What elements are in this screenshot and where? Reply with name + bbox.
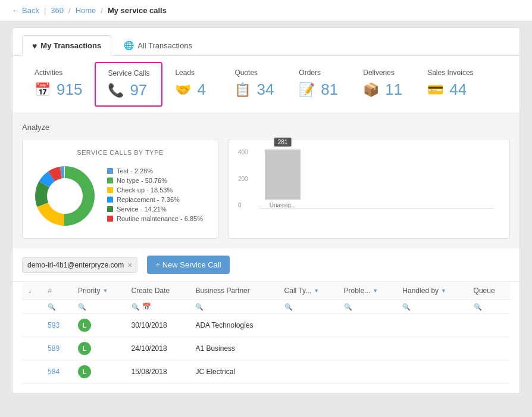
- priority-badge: L: [78, 342, 91, 355]
- row-id-593[interactable]: 593: [48, 321, 60, 329]
- th-sort[interactable]: ↓: [22, 282, 42, 300]
- bar-chart: 400 200 0 281 Unassig...: [238, 149, 500, 220]
- table-row: 584 L 15/08/2018 JC Electrical: [22, 360, 510, 384]
- card-sales-invoices[interactable]: Sales Invoices 💳 44: [415, 62, 486, 107]
- new-service-call-button[interactable]: + New Service Call: [147, 256, 229, 274]
- th-handled-by[interactable]: Handled by ▼: [396, 282, 467, 300]
- priority-filter-icon: ▼: [102, 288, 108, 294]
- call-type-filter-icon: ▼: [314, 288, 319, 294]
- date-search-icon: 🔍: [132, 303, 140, 311]
- priority-badge: L: [78, 365, 91, 378]
- tab-my-transactions[interactable]: ♥ My Transactions: [22, 35, 111, 56]
- service-calls-chart: SERVICE CALLS BY TYPE: [22, 139, 218, 239]
- card-activities[interactable]: Activities 📅 915: [22, 62, 95, 107]
- th-queue[interactable]: Queue: [468, 282, 510, 300]
- calendar-icon: 📅: [35, 82, 51, 98]
- bp-search-icon: 🔍: [195, 303, 204, 311]
- filter-bar: demo-irl-4b1@enterpryze.com × + New Serv…: [12, 248, 520, 282]
- id-search-icon: 🔍: [48, 303, 56, 311]
- breadcrumb-360[interactable]: 360: [51, 6, 64, 15]
- order-icon: 📝: [299, 82, 315, 98]
- heart-icon: ♥: [32, 41, 37, 51]
- queue-search-icon: 🔍: [474, 303, 482, 311]
- filter-tag: demo-irl-4b1@enterpryze.com ×: [22, 257, 137, 273]
- card-deliveries[interactable]: Deliveries 📦 11: [351, 62, 415, 107]
- delivery-icon: 📦: [363, 82, 379, 98]
- card-orders[interactable]: Orders 📝 81: [286, 62, 351, 107]
- card-quotes[interactable]: Quotes 📋 34: [222, 62, 286, 107]
- table-row: 593 L 30/10/2018 ADA Technologies: [22, 314, 510, 337]
- summary-cards: Activities 📅 915 Service Calls 📞 97 Lead…: [12, 56, 520, 113]
- row-id-589[interactable]: 589: [48, 344, 60, 353]
- back-button[interactable]: ← Back: [12, 6, 39, 15]
- tabs-bar: ♥ My Transactions 🌐 All Transactions: [12, 28, 520, 56]
- th-hash[interactable]: #: [42, 282, 72, 300]
- handled-by-filter-icon: ▼: [441, 288, 446, 294]
- row-id-584[interactable]: 584: [48, 368, 60, 376]
- calltype-search-icon: 🔍: [284, 303, 293, 311]
- breadcrumb: ← Back | 360 / Home / My service calls: [0, 0, 532, 21]
- filter-remove-button[interactable]: ×: [127, 260, 132, 270]
- problem-filter-icon: ▼: [373, 288, 378, 294]
- analyze-section: Analyze SERVICE CALLS BY TYPE: [12, 113, 520, 248]
- table-header-row: ↓ # Priority ▼ Create Date: [22, 282, 510, 300]
- date-picker-icon[interactable]: 📅: [142, 303, 151, 311]
- problem-search-icon: 🔍: [344, 303, 352, 311]
- svg-point-6: [48, 179, 82, 213]
- table-section: ↓ # Priority ▼ Create Date: [12, 282, 520, 393]
- bar-unassigned: 281 Unassig...: [259, 150, 306, 208]
- globe-icon: 🌐: [124, 41, 134, 50]
- back-arrow-icon: ←: [12, 6, 20, 15]
- th-priority[interactable]: Priority ▼: [72, 282, 125, 300]
- table-search-row: 🔍 🔍 🔍 📅: [22, 300, 510, 314]
- bar-chart-card: 400 200 0 281 Unassig...: [228, 139, 510, 239]
- invoice-icon: 💳: [427, 82, 443, 98]
- th-call-type[interactable]: Call Ty... ▼: [278, 282, 338, 300]
- th-problem[interactable]: Proble... ▼: [338, 282, 397, 300]
- data-table: ↓ # Priority ▼ Create Date: [22, 282, 510, 384]
- breadcrumb-home[interactable]: Home: [76, 6, 96, 15]
- table-row: 589 L 24/10/2018 A1 Business: [22, 337, 510, 360]
- th-create-date[interactable]: Create Date: [126, 282, 190, 300]
- donut-chart: [32, 163, 98, 229]
- page-title: My service calls: [108, 6, 167, 15]
- card-leads[interactable]: Leads 🤝 4: [162, 62, 222, 107]
- phone-icon: 📞: [108, 83, 124, 98]
- priority-search-icon: 🔍: [78, 303, 86, 311]
- card-service-calls[interactable]: Service Calls 📞 97: [95, 62, 162, 107]
- th-business-partner[interactable]: Business Partner: [189, 282, 278, 300]
- priority-badge: L: [78, 319, 91, 332]
- handled-search-icon: 🔍: [402, 303, 411, 311]
- tab-all-transactions[interactable]: 🌐 All Transactions: [114, 35, 202, 55]
- handshake-icon: 🤝: [175, 82, 191, 98]
- main-container: ♥ My Transactions 🌐 All Transactions Act…: [12, 27, 520, 394]
- chart-legend: Test - 2.28% No type - 50.76% Check-up -…: [107, 167, 203, 225]
- clipboard-icon: 📋: [234, 82, 251, 98]
